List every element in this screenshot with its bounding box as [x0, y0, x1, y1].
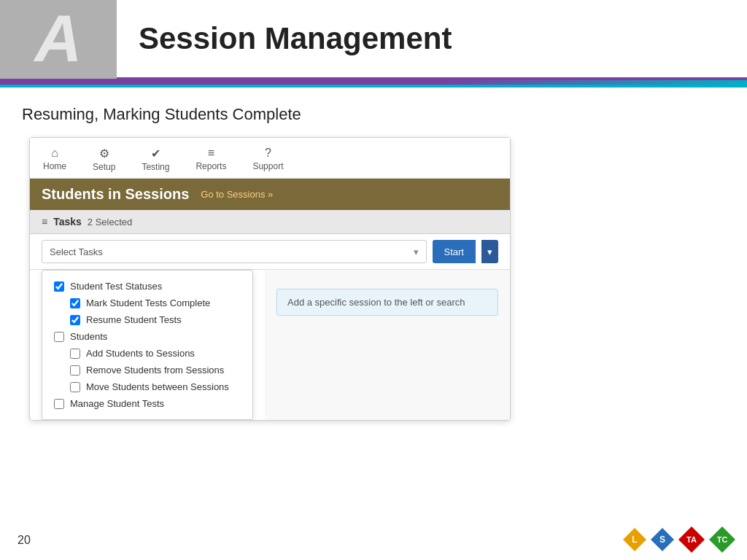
badge-TA-label: TA [686, 535, 697, 544]
checkbox-students[interactable] [54, 332, 64, 342]
nav-testing[interactable]: ✔ Testing [128, 144, 182, 178]
dropdown-panel: Student Test Statuses Mark Student Tests… [42, 270, 253, 420]
start-button[interactable]: Start [433, 240, 476, 263]
badge-L: L [623, 528, 646, 551]
screenshot-container: ⌂ Home ⚙ Setup ✔ Testing ≡ Reports ? Sup… [29, 137, 511, 421]
dropdown-group-1-label: Student Test Statuses [70, 281, 162, 292]
checkbox-mark-complete[interactable] [70, 298, 80, 308]
testing-icon: ✔ [151, 147, 160, 160]
checkbox-resume[interactable] [70, 315, 80, 325]
right-panel: Add a specific session to the left or se… [265, 270, 510, 420]
badge-S: S [651, 528, 674, 551]
dropdown-item-mark-complete-label: Mark Student Tests Complete [86, 298, 210, 308]
sis-header: Students in Sessions Go to Sessions » [30, 179, 510, 210]
dropdown-item-move-students[interactable]: Move Students between Sessions [54, 378, 241, 395]
dropdown-item-move-label: Move Students between Sessions [86, 381, 229, 392]
dropdown-item-mark-complete[interactable]: Mark Student Tests Complete [54, 295, 241, 311]
checkbox-move-students[interactable] [70, 382, 80, 392]
logo-letter: A [35, 6, 82, 71]
caret-icon: ▾ [414, 246, 419, 257]
sis-title: Students in Sessions [42, 186, 189, 203]
page-number: 20 [18, 534, 31, 547]
nav-home[interactable]: ⌂ Home [30, 144, 80, 178]
nav-setup[interactable]: ⚙ Setup [80, 144, 128, 178]
checkbox-remove-students[interactable] [70, 365, 80, 376]
checkbox-add-students[interactable] [70, 349, 80, 359]
badge-L-label: L [632, 534, 637, 545]
tasks-bar: ≡ Tasks 2 Selected [30, 210, 510, 234]
nav-reports[interactable]: ≡ Reports [182, 144, 239, 178]
checkbox-student-test-statuses[interactable] [54, 281, 64, 292]
right-hint: Add a specific session to the left or se… [276, 289, 498, 316]
page-header: A Session Management [0, 0, 747, 80]
nav-home-label: Home [43, 161, 66, 171]
page-content: Resuming, Marking Students Complete ⌂ Ho… [0, 88, 747, 438]
dropdown-area: Student Test Statuses Mark Student Tests… [30, 270, 510, 420]
dropdown-item-resume-label: Resume Student Tests [86, 314, 182, 325]
dropdown-item-resume[interactable]: Resume Student Tests [54, 311, 241, 328]
setup-icon: ⚙ [99, 147, 109, 160]
badge-TC: TC [709, 526, 735, 553]
badge-TA: TA [678, 526, 705, 553]
dropdown-group-2[interactable]: Students [54, 328, 241, 345]
support-icon: ? [265, 147, 271, 160]
nav-testing-label: Testing [142, 162, 169, 172]
sis-link[interactable]: Go to Sessions » [201, 189, 273, 200]
dropdown-group-3[interactable]: Manage Student Tests [54, 395, 241, 412]
checkbox-manage-tests[interactable] [54, 399, 64, 409]
page-title: Session Management [117, 21, 452, 56]
select-tasks-dropdown[interactable]: Select Tasks ▾ [42, 240, 427, 263]
corner-badges: L S TA TC [623, 526, 735, 553]
dropdown-item-add-label: Add Students to Sessions [86, 348, 195, 359]
select-tasks-row: Select Tasks ▾ Start ▾ [30, 234, 510, 270]
select-tasks-placeholder: Select Tasks [50, 246, 103, 257]
dropdown-item-remove-students[interactable]: Remove Students from Sessions [54, 362, 241, 378]
dropdown-group-1[interactable]: Student Test Statuses [54, 278, 241, 295]
badge-S-label: S [659, 534, 665, 545]
tasks-selected: 2 Selected [88, 217, 132, 228]
dropdown-group-2-label: Students [70, 331, 107, 342]
tasks-label: Tasks [53, 216, 82, 228]
nav-support-label: Support [252, 161, 283, 171]
nav-setup-label: Setup [93, 162, 115, 172]
reports-icon: ≡ [208, 147, 214, 160]
page-subtitle: Resuming, Marking Students Complete [22, 105, 725, 124]
app-nav: ⌂ Home ⚙ Setup ✔ Testing ≡ Reports ? Sup… [30, 138, 510, 179]
nav-reports-label: Reports [196, 161, 226, 171]
home-icon: ⌂ [51, 147, 58, 160]
nav-support[interactable]: ? Support [239, 144, 296, 178]
dropdown-item-remove-label: Remove Students from Sessions [86, 365, 224, 376]
dropdown-group-3-label: Manage Student Tests [70, 398, 164, 409]
tasks-icon: ≡ [42, 216, 47, 228]
badge-TC-label: TC [717, 535, 728, 544]
start-caret-button[interactable]: ▾ [481, 240, 498, 263]
logo: A [0, 0, 117, 79]
dropdown-item-add-students[interactable]: Add Students to Sessions [54, 345, 241, 362]
